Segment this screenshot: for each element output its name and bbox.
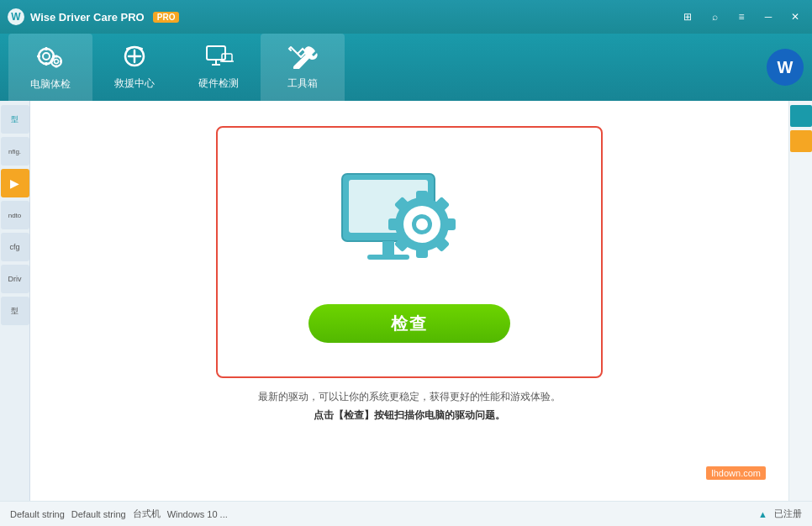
tab-rescue-label: 救援中心: [114, 76, 155, 91]
svg-rect-6: [37, 55, 40, 58]
svg-rect-12: [50, 60, 53, 63]
status-text1: Default string: [10, 509, 65, 519]
tab-rescue[interactable]: 救援中心: [92, 34, 177, 101]
status-text3: 台式机: [133, 508, 161, 520]
svg-rect-4: [45, 47, 48, 50]
svg-rect-30: [388, 218, 398, 230]
tab-toolbox[interactable]: 工具箱: [261, 34, 345, 101]
scroll-up-indicator[interactable]: ▲: [758, 509, 767, 519]
tab-pc-check[interactable]: 电脑体检: [8, 34, 92, 101]
sidebar-item-7[interactable]: 型: [1, 297, 29, 325]
right-item-1[interactable]: [790, 105, 812, 127]
search-title-button[interactable]: ⌕: [704, 7, 725, 27]
app-logo-icon: W: [7, 8, 25, 26]
sidebar-item-1[interactable]: 型: [1, 105, 29, 134]
status-text2: Default string: [71, 509, 126, 519]
description-text: 最新的驱动，可以让你的系统更稳定，获得更好的性能和游戏体验。 点击【检查】按钮扫…: [258, 388, 561, 424]
sidebar-item-5[interactable]: cfg: [1, 233, 29, 261]
tab-rescue-icon: [120, 44, 149, 73]
title-bar: W Wise Driver Care PRO PRO ⊞ ⌕ ≡ ─ ✕: [0, 0, 812, 34]
menu-button[interactable]: ≡: [731, 7, 751, 27]
tab-hardware-icon: [203, 44, 234, 73]
sidebar-item-2[interactable]: nfig.: [1, 137, 29, 166]
svg-rect-11: [55, 66, 58, 68]
svg-rect-23: [367, 255, 409, 260]
desc-line2: 点击【检查】按钮扫描你电脑的驱动问题。: [258, 407, 561, 425]
svg-rect-29: [416, 248, 428, 258]
tab-toolbox-label: 工具箱: [287, 76, 318, 91]
close-button[interactable]: ✕: [785, 7, 805, 27]
content-area: 检查 最新的驱动，可以让你的系统更稳定，获得更好的性能和游戏体验。 点击【检查】…: [30, 101, 788, 526]
svg-rect-5: [45, 62, 48, 66]
sidebar-item-4[interactable]: ndto: [1, 201, 29, 229]
app-title: Wise Driver Care PRO: [30, 11, 145, 24]
user-avatar[interactable]: W: [767, 49, 804, 86]
main-scan-card: 检查: [216, 126, 603, 378]
svg-point-9: [55, 60, 59, 64]
desc-line1: 最新的驱动，可以让你的系统更稳定，获得更好的性能和游戏体验。: [258, 388, 561, 407]
sidebar-item-3[interactable]: ▶: [1, 169, 29, 197]
svg-rect-28: [416, 191, 428, 201]
window-controls: ⊞ ⌕ ≡ ─ ✕: [678, 7, 805, 27]
monitor-gear-svg: [325, 161, 493, 287]
sidebar-item-6[interactable]: Driv: [1, 265, 29, 293]
nav-bar: 电脑体检 救援中心 硬件检测: [0, 34, 812, 101]
status-text4: Windows 10 ...: [167, 509, 228, 519]
svg-point-3: [43, 53, 50, 60]
main-layout: 型 nfig. ▶ ndto cfg Driv 型: [0, 101, 812, 526]
minimize-button[interactable]: ─: [758, 7, 778, 27]
svg-rect-22: [382, 241, 394, 255]
svg-rect-13: [60, 60, 62, 63]
svg-rect-31: [446, 218, 456, 230]
status-bar: Default string Default string 台式机 Window…: [0, 501, 812, 526]
pro-badge: PRO: [153, 12, 180, 23]
svg-text:W: W: [11, 11, 21, 23]
multiwindow-button[interactable]: ⊞: [678, 7, 698, 27]
right-item-2[interactable]: [790, 130, 812, 152]
app-logo: W Wise Driver Care PRO PRO: [7, 8, 179, 26]
tab-pc-check-icon: [35, 43, 66, 74]
svg-point-27: [416, 218, 428, 230]
tab-hardware[interactable]: 硬件检测: [177, 34, 261, 101]
right-thin-sidebar: [788, 101, 812, 526]
check-button[interactable]: 检查: [308, 304, 510, 343]
illustration: [325, 161, 493, 287]
tab-toolbox-icon: [287, 44, 318, 73]
left-sidebar: 型 nfig. ▶ ndto cfg Driv 型: [0, 101, 30, 526]
svg-rect-10: [55, 55, 58, 58]
status-registered: 已注册: [774, 508, 802, 520]
tab-pc-check-label: 电脑体检: [30, 77, 71, 92]
tab-hardware-label: 硬件检测: [198, 76, 239, 91]
